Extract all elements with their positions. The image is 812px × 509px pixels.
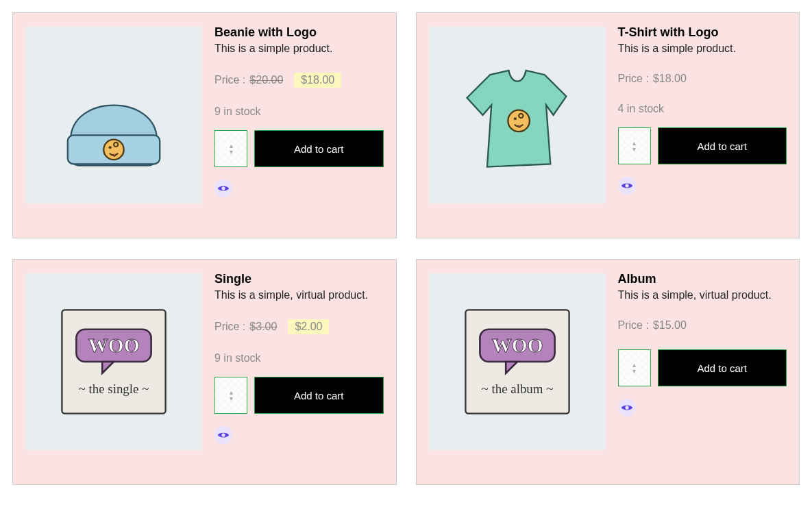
price-line: Price : $3.00 $2.00: [214, 319, 384, 334]
tshirt-image: [445, 43, 589, 187]
eye-icon: [217, 184, 230, 193]
eye-icon: [621, 182, 633, 190]
price-old: $3.00: [249, 321, 277, 333]
product-grid: Beanie with Logo This is a simple produc…: [12, 12, 800, 485]
quantity-stepper[interactable]: ▴▾: [618, 349, 651, 386]
stock-count: 9 in stock: [214, 105, 384, 118]
woo-single-image: WOO ~ the single ~: [42, 290, 186, 434]
quick-view-button[interactable]: [214, 179, 232, 197]
product-description: This is a simple, virtual product.: [214, 289, 384, 301]
stock-count: 4 in stock: [618, 103, 787, 115]
stepper-arrows-icon: ▴▾: [230, 142, 233, 155]
quantity-stepper[interactable]: ▴▾: [214, 377, 247, 414]
product-card: Beanie with Logo This is a simple produc…: [12, 12, 397, 238]
product-image: WOO ~ the album ~: [429, 273, 606, 450]
price-label: Price :: [618, 319, 649, 332]
beanie-image: [42, 43, 186, 187]
price-label: Price :: [214, 321, 245, 333]
product-title: Beanie with Logo: [214, 25, 384, 40]
svg-text:~ the  album ~: ~ the album ~: [481, 382, 553, 396]
add-to-cart-button[interactable]: Add to cart: [658, 349, 787, 386]
price-sale: $2.00: [288, 319, 329, 334]
svg-point-4: [508, 110, 530, 132]
product-card: WOO ~ the single ~ Single This is a simp…: [12, 259, 397, 485]
quick-view-button[interactable]: [618, 399, 636, 417]
price-label: Price :: [214, 74, 245, 86]
price-regular: $18.00: [653, 73, 687, 85]
product-image: [429, 27, 606, 203]
svg-point-1: [103, 140, 123, 160]
product-title: T-Shirt with Logo: [618, 25, 787, 40]
quick-view-button[interactable]: [214, 426, 232, 444]
svg-text:WOO: WOO: [88, 334, 139, 356]
eye-icon: [621, 404, 633, 412]
svg-point-6: [625, 184, 628, 187]
woo-album-image: WOO ~ the album ~: [445, 290, 589, 434]
add-to-cart-button[interactable]: Add to cart: [658, 127, 787, 164]
add-to-cart-button[interactable]: Add to cart: [254, 130, 384, 167]
stepper-arrows-icon: ▴▾: [632, 362, 636, 374]
price-line: Price : $20.00 $18.00: [214, 73, 384, 88]
stepper-arrows-icon: ▴▾: [230, 389, 233, 401]
svg-text:~ the  single ~: ~ the single ~: [79, 382, 149, 396]
product-description: This is a simple, virtual product.: [618, 289, 787, 301]
quick-view-button[interactable]: [618, 177, 636, 195]
svg-point-16: [625, 406, 628, 409]
price-line: Price : $18.00: [618, 73, 787, 85]
product-title: Album: [618, 272, 787, 286]
price-regular: $15.00: [653, 319, 687, 332]
product-card: T-Shirt with Logo This is a simple produ…: [416, 12, 800, 238]
svg-point-5: [513, 117, 516, 120]
svg-point-3: [221, 186, 225, 190]
svg-point-11: [221, 433, 225, 436]
price-old: $20.00: [249, 74, 283, 86]
eye-icon: [217, 431, 230, 439]
svg-point-2: [109, 146, 112, 149]
stepper-arrows-icon: ▴▾: [632, 140, 636, 152]
product-description: This is a simple product.: [618, 42, 787, 55]
stock-count: 9 in stock: [214, 352, 384, 364]
quantity-stepper[interactable]: ▴▾: [214, 130, 247, 167]
price-label: Price :: [618, 73, 649, 85]
product-image: [25, 27, 202, 203]
add-to-cart-button[interactable]: Add to cart: [254, 377, 384, 414]
product-title: Single: [214, 272, 384, 286]
svg-text:WOO: WOO: [491, 334, 543, 356]
price-sale: $18.00: [294, 73, 341, 88]
product-description: This is a simple product.: [214, 42, 384, 55]
product-image: WOO ~ the single ~: [25, 273, 202, 450]
price-line: Price : $15.00: [618, 319, 787, 332]
product-card: WOO ~ the album ~ Album This is a simple…: [416, 259, 800, 485]
quantity-stepper[interactable]: ▴▾: [618, 127, 651, 164]
